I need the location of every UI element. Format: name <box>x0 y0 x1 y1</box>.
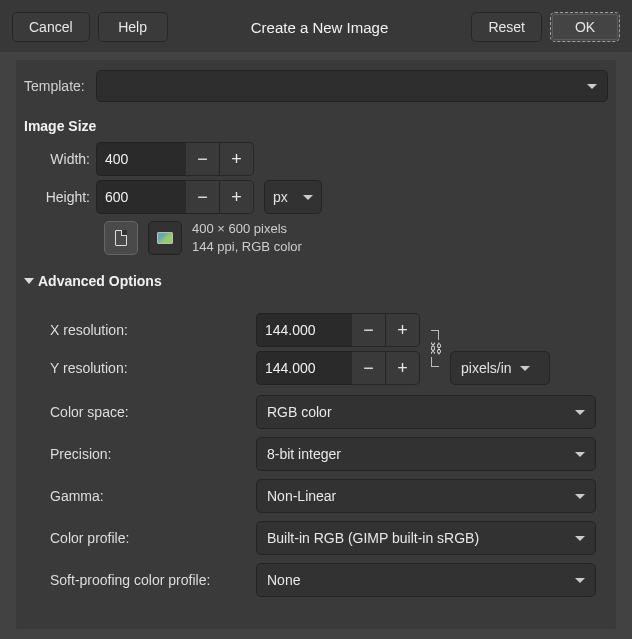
colorprofile-value: Built-in RGB (GIMP built-in sRGB) <box>267 530 575 546</box>
image-size-info-dimensions: 400 × 600 pixels <box>192 220 302 238</box>
image-size-info: 400 × 600 pixels 144 ppi, RGB color <box>192 220 302 255</box>
titlebar: Cancel Help Create a New Image Reset OK <box>0 0 632 52</box>
ok-button[interactable]: OK <box>550 12 620 42</box>
height-input[interactable] <box>96 180 186 214</box>
gamma-label: Gamma: <box>50 488 248 504</box>
gamma-value: Non-Linear <box>267 488 575 504</box>
orientation-portrait-button[interactable] <box>104 221 138 255</box>
height-label: Height: <box>38 189 90 205</box>
dialog-title: Create a New Image <box>176 19 464 36</box>
portrait-icon <box>115 230 127 246</box>
cancel-button[interactable]: Cancel <box>12 12 90 42</box>
template-label: Template: <box>24 78 88 94</box>
xresolution-input[interactable] <box>256 313 352 347</box>
width-increment[interactable]: + <box>220 142 254 176</box>
softproof-value: None <box>267 572 575 588</box>
resolution-unit-dropdown[interactable]: pixels/in <box>450 351 550 385</box>
width-label: Width: <box>38 151 90 167</box>
xresolution-decrement[interactable]: − <box>352 313 386 347</box>
precision-value: 8-bit integer <box>267 446 575 462</box>
yresolution-decrement[interactable]: − <box>352 351 386 385</box>
help-button[interactable]: Help <box>98 12 168 42</box>
resolution-unit-value: pixels/in <box>461 360 512 376</box>
xresolution-spinner: − + <box>256 313 420 347</box>
colorprofile-dropdown[interactable]: Built-in RGB (GIMP built-in sRGB) <box>256 521 596 555</box>
height-spinner: − + <box>96 180 254 214</box>
yresolution-increment[interactable]: + <box>386 351 420 385</box>
advanced-options-toggle[interactable]: Advanced Options <box>24 273 608 289</box>
yresolution-input[interactable] <box>256 351 352 385</box>
width-decrement[interactable]: − <box>186 142 220 176</box>
reset-button[interactable]: Reset <box>471 12 542 42</box>
orientation-landscape-button[interactable] <box>148 221 182 255</box>
colorprofile-label: Color profile: <box>50 530 248 546</box>
image-size-heading: Image Size <box>24 118 608 134</box>
width-spinner: − + <box>96 142 254 176</box>
template-dropdown[interactable] <box>96 70 608 102</box>
chain-icon: ⛓ <box>429 342 442 355</box>
chevron-down-icon <box>587 84 597 89</box>
resolution-chain-link[interactable]: ⛓ <box>426 313 444 383</box>
landscape-icon <box>157 232 173 244</box>
colorspace-label: Color space: <box>50 404 248 420</box>
colorspace-dropdown[interactable]: RGB color <box>256 395 596 429</box>
softproof-label: Soft-proofing color profile: <box>50 572 248 588</box>
chevron-down-icon <box>575 410 585 415</box>
chevron-down-icon <box>575 578 585 583</box>
precision-dropdown[interactable]: 8-bit integer <box>256 437 596 471</box>
chevron-down-icon <box>575 452 585 457</box>
chevron-down-icon <box>303 195 313 200</box>
precision-label: Precision: <box>50 446 248 462</box>
chevron-down-icon <box>520 366 530 371</box>
triangle-down-icon <box>24 278 34 284</box>
advanced-options-label: Advanced Options <box>38 273 162 289</box>
yresolution-label: Y resolution: <box>50 360 248 376</box>
xresolution-label: X resolution: <box>50 322 248 338</box>
advanced-options-panel: X resolution: − + Y resolution: − <box>38 299 608 619</box>
height-increment[interactable]: + <box>220 180 254 214</box>
yresolution-spinner: − + <box>256 351 420 385</box>
height-decrement[interactable]: − <box>186 180 220 214</box>
xresolution-increment[interactable]: + <box>386 313 420 347</box>
softproof-dropdown[interactable]: None <box>256 563 596 597</box>
gamma-dropdown[interactable]: Non-Linear <box>256 479 596 513</box>
size-unit-value: px <box>273 189 288 205</box>
image-size-info-ppi: 144 ppi, RGB color <box>192 238 302 256</box>
size-unit-dropdown[interactable]: px <box>264 180 322 214</box>
width-input[interactable] <box>96 142 186 176</box>
chevron-down-icon <box>575 494 585 499</box>
colorspace-value: RGB color <box>267 404 575 420</box>
chevron-down-icon <box>575 536 585 541</box>
